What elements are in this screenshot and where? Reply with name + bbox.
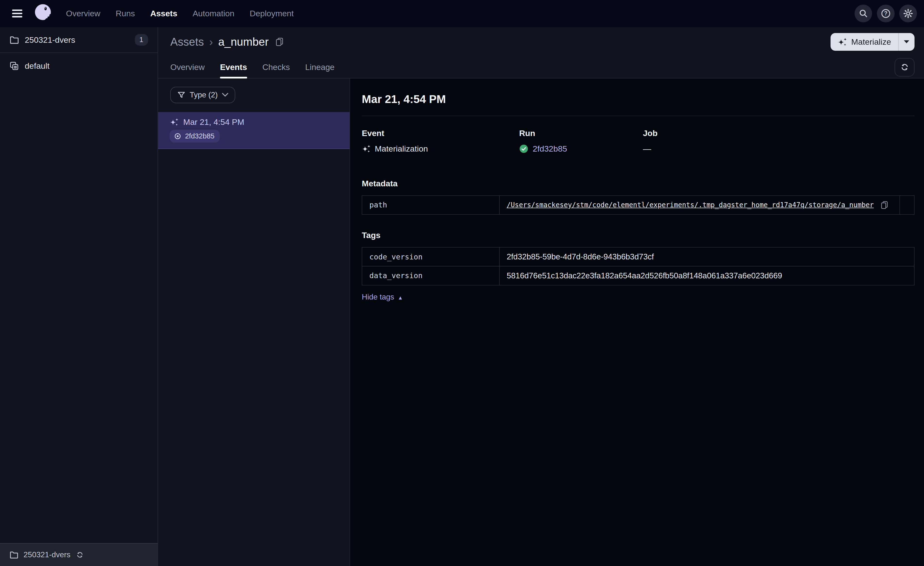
top-nav-actions: ? [855, 5, 917, 23]
copy-icon [275, 37, 284, 47]
run-id-link[interactable]: 2fd32b85 [532, 144, 567, 154]
run-success-icon [519, 144, 528, 154]
tag-value: 2fd32b85-59be-4d7d-8d6e-943b6b3d73cf [500, 247, 914, 266]
materialize-split-button: Materialize [831, 33, 915, 51]
event-run-chip[interactable]: 2fd32b85 [170, 130, 220, 142]
table-row: code_version 2fd32b85-59be-4d7d-8d6e-943… [362, 247, 914, 266]
sidebar-item-label: default [25, 61, 50, 71]
chevron-down-icon [222, 93, 228, 97]
event-detail-title: Mar 21, 4:54 PM [362, 93, 915, 116]
nav-item-automation[interactable]: Automation [192, 9, 234, 18]
breadcrumb: Assets › a_number [158, 27, 924, 57]
asset-count-badge: 1 [135, 34, 148, 46]
footer-code-location-label: 250321-dvers [24, 550, 70, 559]
tag-value: 5816d76e51c13dac22e3fa182a654aa2d526fb50… [500, 266, 914, 285]
refresh-events-button[interactable] [895, 58, 915, 76]
event-detail-panel: Mar 21, 4:54 PM Event [350, 78, 924, 566]
gear-icon [903, 9, 913, 18]
app-shell: 250321-dvers 1 default [0, 27, 924, 566]
copy-asset-name-button[interactable] [275, 37, 284, 47]
tags-heading: Tags [362, 230, 915, 240]
help-icon: ? [881, 9, 891, 18]
tab-checks[interactable]: Checks [262, 57, 290, 78]
materialize-button-label: Materialize [851, 37, 891, 47]
asset-tabs: Overview Events Checks Lineage [158, 57, 924, 78]
event-type-value: Materialization [375, 144, 428, 154]
hide-tags-label: Hide tags [362, 292, 394, 301]
event-type-filter-label: Type (2) [190, 90, 218, 99]
tag-key: data_version [362, 266, 500, 285]
sidebar-group-250321-dvers[interactable]: 250321-dvers 1 [0, 27, 158, 53]
nav-item-runs[interactable]: Runs [116, 9, 135, 18]
table-row: path /Users/smackesey/stm/code/elementl/… [362, 196, 914, 214]
event-column-header: Event [362, 128, 519, 138]
nav-item-overview[interactable]: Overview [66, 9, 100, 18]
asset-group-icon [9, 61, 19, 71]
page-title: a_number [218, 35, 269, 48]
copy-icon [880, 201, 888, 209]
event-run-id: 2fd32b85 [185, 132, 214, 140]
job-column-header: Job [643, 128, 915, 138]
nav-item-deployment[interactable]: Deployment [250, 9, 294, 18]
materialization-sparkle-icon [362, 144, 370, 153]
search-button[interactable] [855, 5, 872, 23]
materialization-sparkle-icon [838, 37, 847, 47]
table-row: data_version 5816d76e51c13dac22e3fa182a6… [362, 266, 914, 285]
top-nav: Overview Runs Assets Automation Deployme… [0, 0, 924, 27]
dagster-logo[interactable] [32, 2, 54, 25]
triangle-up-icon: ▲ [398, 295, 403, 301]
hamburger-icon [12, 9, 22, 18]
job-value: — [643, 144, 651, 154]
event-timestamp: Mar 21, 4:54 PM [183, 117, 244, 127]
events-content: Type (2) [158, 78, 924, 566]
reload-code-location-button[interactable] [76, 551, 84, 559]
materialize-dropdown-button[interactable] [899, 33, 915, 51]
tab-lineage[interactable]: Lineage [305, 57, 334, 78]
main-area: Assets › a_number [158, 27, 924, 566]
folder-icon [9, 35, 19, 45]
run-target-icon [174, 132, 182, 140]
breadcrumb-assets-link[interactable]: Assets [170, 35, 204, 48]
tags-section: Tags code_version 2fd32b85-59be-4d7d-8d6… [362, 230, 915, 302]
sidebar-footer: 250321-dvers [0, 543, 158, 566]
hide-tags-toggle[interactable]: Hide tags ▲ [362, 292, 403, 301]
metadata-section: Metadata path /Users/smackesey/stm/code/… [362, 179, 915, 215]
run-column-header: Run [519, 128, 643, 138]
search-icon [859, 9, 868, 18]
materialize-button[interactable]: Materialize [831, 33, 898, 51]
help-button[interactable]: ? [877, 5, 895, 23]
metadata-heading: Metadata [362, 179, 915, 188]
filter-funnel-icon [177, 91, 186, 99]
asset-catalog-sidebar: 250321-dvers 1 default [0, 27, 158, 566]
tab-overview[interactable]: Overview [170, 57, 205, 78]
event-item-header: Mar 21, 4:54 PM [170, 117, 338, 127]
copy-path-button[interactable] [880, 201, 888, 209]
event-list-item-selected[interactable]: Mar 21, 4:54 PM 2fd32b85 [158, 112, 350, 149]
event-summary: Event Materialization [362, 128, 915, 153]
chevron-right-icon: › [209, 36, 213, 47]
sidebar-item-default[interactable]: default [0, 53, 158, 79]
primary-nav: Overview Runs Assets Automation Deployme… [66, 9, 294, 18]
metadata-path-link[interactable]: /Users/smackesey/stm/code/elementl/exper… [507, 201, 874, 209]
nav-item-assets[interactable]: Assets [150, 9, 177, 18]
dagster-app: Overview Runs Assets Automation Deployme… [0, 0, 924, 566]
materialization-sparkle-icon [170, 117, 178, 126]
event-list-panel: Type (2) [158, 78, 350, 566]
sidebar-group-label: 250321-dvers [25, 35, 75, 45]
svg-text:?: ? [884, 10, 887, 17]
tags-table: code_version 2fd32b85-59be-4d7d-8d6e-943… [362, 247, 915, 285]
folder-icon [9, 551, 18, 559]
metadata-expand-cell [900, 196, 914, 214]
refresh-icon [900, 62, 909, 72]
hamburger-menu-button[interactable] [7, 4, 27, 24]
metadata-table: path /Users/smackesey/stm/code/elementl/… [362, 195, 915, 215]
event-type-filter[interactable]: Type (2) [170, 87, 235, 103]
tag-key: code_version [362, 247, 500, 266]
metadata-key: path [362, 196, 500, 214]
tab-events[interactable]: Events [220, 57, 247, 78]
caret-down-icon [904, 40, 909, 44]
settings-button[interactable] [899, 5, 917, 23]
